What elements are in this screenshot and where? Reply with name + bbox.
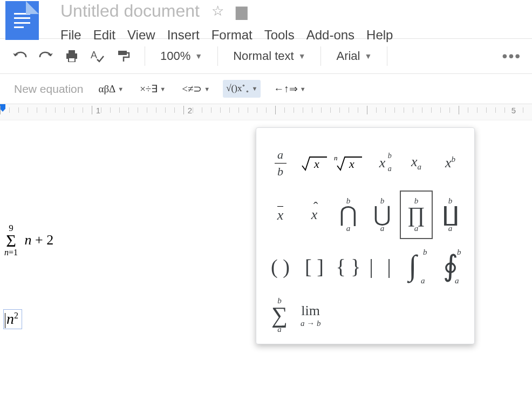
new-equation-button[interactable]: New equation (14, 83, 83, 96)
ruler-tick (193, 107, 193, 113)
ruler-tick (504, 107, 505, 113)
ruler-tick (339, 107, 340, 113)
print-button[interactable] (63, 47, 81, 65)
more-tools-button[interactable]: ••• (502, 47, 521, 65)
hat-button[interactable]: ˆx (298, 191, 331, 239)
cont-integral-button[interactable]: b ∮ a (434, 242, 467, 291)
ruler-tick (459, 106, 459, 114)
ruler-tick (220, 107, 221, 113)
undo-button[interactable] (11, 47, 29, 65)
paint-format-button[interactable] (114, 47, 133, 65)
caret-down-icon: ▼ (298, 52, 306, 60)
ruler-tick (83, 107, 83, 113)
bigcap-button[interactable]: b⋂a (332, 191, 365, 239)
menu-help[interactable]: Help (366, 28, 393, 43)
svg-rect-4 (118, 51, 127, 55)
equation-toolbar: New equation αβΔ▼ ×÷∃▼ <≠⊃▼ √()x∘∘▼ ←↑⇒▼ (0, 74, 532, 104)
spellcheck-button[interactable]: A (88, 47, 107, 65)
equation-editing[interactable]: n2 (3, 309, 22, 329)
svg-rect-2 (69, 58, 75, 62)
ruler-tick (211, 107, 212, 113)
svg-text:x: x (313, 157, 319, 171)
menu-tools[interactable]: Tools (264, 28, 295, 43)
ruler-tick (165, 107, 166, 113)
menu-format[interactable]: Format (212, 28, 253, 43)
style-value: Normal text (233, 49, 294, 63)
svg-rect-0 (69, 50, 75, 53)
integral-button[interactable]: b ∫ a (400, 242, 433, 291)
text-cursor (5, 313, 5, 328)
ruler-tick (349, 107, 349, 113)
caret-down-icon: ▼ (365, 52, 372, 60)
ruler-mark: 2 (188, 106, 192, 115)
bigcup-button[interactable]: b⋃a (366, 191, 399, 239)
math-symbols-dropdown-panel: a b x nx xba xa xb x ˆx b⋂a (256, 127, 475, 344)
eq-math-dropdown[interactable]: √()x∘∘▼ (223, 80, 261, 97)
menu-edit[interactable]: Edit (93, 28, 115, 43)
equation-sum[interactable]: 9 Σ n=1 n + 2 (4, 223, 53, 257)
star-icon[interactable]: ☆ (212, 3, 224, 19)
ruler-tick (147, 107, 147, 113)
overbar-button[interactable]: x (264, 191, 297, 239)
menu-bar: File Edit View Insert Format Tools Add-o… (60, 28, 393, 43)
superscript-button[interactable]: xb (434, 139, 467, 187)
menu-view[interactable]: View (127, 28, 155, 43)
brackets-button[interactable]: [ ] (298, 242, 331, 291)
menu-addons[interactable]: Add-ons (306, 28, 354, 43)
ruler-tick (257, 107, 257, 113)
ruler-tick (110, 107, 111, 113)
ruler-tick (119, 107, 120, 113)
redo-button[interactable] (37, 47, 55, 65)
document-title[interactable]: Untitled document (60, 1, 200, 21)
ruler-tick (376, 107, 377, 113)
subsup-button[interactable]: xba (366, 139, 399, 187)
ruler-tick (312, 107, 312, 113)
ruler-tick (514, 107, 514, 113)
ruler-tick (138, 107, 138, 113)
ruler[interactable]: // ticks generated inline after data scr… (0, 104, 532, 120)
ruler-tick (248, 107, 248, 113)
abs-button[interactable]: | | (366, 242, 399, 291)
parens-button[interactable]: ( ) (264, 242, 297, 291)
move-folder-icon[interactable]: ▆ (236, 2, 248, 20)
zoom-dropdown[interactable]: 100% ▼ (157, 49, 206, 63)
sum-lower: n=1 (4, 248, 18, 257)
coproduct-button[interactable]: b∐a (434, 191, 467, 239)
ruler-tick (413, 107, 413, 113)
menu-file[interactable]: File (60, 28, 81, 43)
fraction-button[interactable]: a b (264, 139, 297, 187)
subscript-button[interactable]: xa (400, 139, 433, 187)
ruler-tick (73, 107, 74, 113)
ruler-tick (404, 107, 404, 113)
product-button[interactable]: b∏a (400, 191, 433, 239)
indent-marker-icon[interactable] (0, 104, 5, 112)
eq-operators-dropdown[interactable]: ×÷∃▼ (137, 80, 169, 97)
ruler-tick (385, 107, 386, 113)
ruler-tick (330, 107, 331, 113)
svg-text:x: x (349, 157, 354, 171)
ruler-tick (486, 107, 487, 113)
ruler-tick (92, 106, 92, 114)
main-toolbar: A 100% ▼ Normal text ▼ Arial ▼ ••• (0, 38, 532, 74)
sigma-icon: Σ (4, 234, 18, 248)
docs-logo-icon[interactable] (5, 1, 39, 40)
eq-greek-dropdown[interactable]: αβΔ▼ (95, 81, 127, 97)
font-value: Arial (336, 49, 360, 63)
limit-button[interactable]: lim a → b (301, 303, 321, 328)
braces-button[interactable]: { } (332, 242, 365, 291)
ruler-tick (440, 107, 441, 113)
ruler-tick (238, 107, 239, 113)
nthroot-button[interactable]: nx (332, 139, 365, 187)
ruler-tick (394, 107, 395, 113)
eq-arrows-dropdown[interactable]: ←↑⇒▼ (270, 80, 309, 97)
ruler-tick (37, 107, 37, 113)
menu-insert[interactable]: Insert (167, 28, 200, 43)
sqrt-button[interactable]: x (298, 139, 331, 187)
sum-button[interactable]: b∑a (271, 296, 288, 334)
font-dropdown[interactable]: Arial ▼ (333, 49, 375, 63)
ruler-tick (128, 107, 129, 113)
eq-relations-dropdown[interactable]: <≠⊃▼ (179, 80, 213, 97)
paragraph-style-dropdown[interactable]: Normal text ▼ (230, 49, 309, 63)
ruler-tick (367, 106, 367, 114)
ruler-tick (468, 107, 468, 113)
